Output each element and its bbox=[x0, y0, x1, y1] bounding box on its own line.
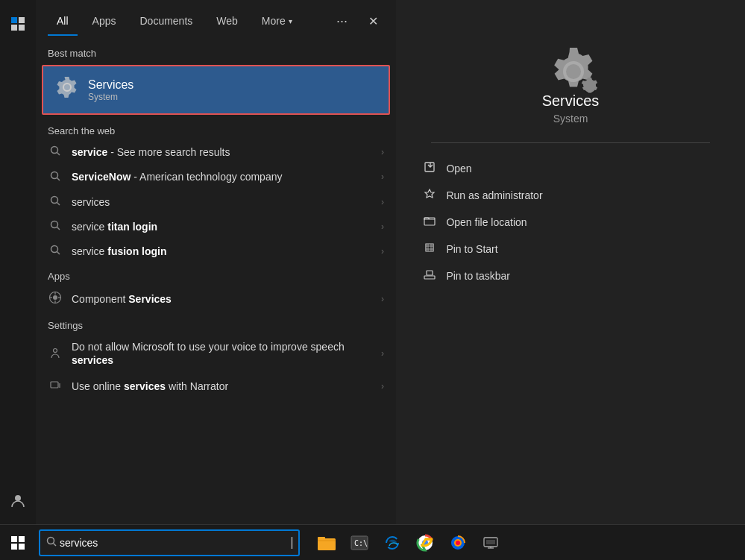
search-icon-3 bbox=[48, 195, 63, 208]
speech-settings-icon bbox=[48, 347, 63, 361]
web-result-titan[interactable]: service titan login › bbox=[36, 214, 396, 239]
svg-line-8 bbox=[57, 177, 60, 180]
tab-documents[interactable]: Documents bbox=[131, 9, 201, 33]
services-result-text: services bbox=[72, 196, 372, 208]
search-magnifier-icon bbox=[46, 536, 57, 549]
chevron-right-icon-7: › bbox=[381, 348, 384, 359]
folder-icon bbox=[422, 215, 437, 230]
windows-logo-icon bbox=[11, 536, 25, 550]
web-result-text: service - See more search results bbox=[72, 146, 372, 158]
best-match-label: Best match bbox=[36, 42, 396, 62]
best-match-subtitle: System bbox=[88, 92, 133, 102]
svg-point-9 bbox=[51, 197, 58, 204]
admin-icon bbox=[422, 188, 437, 203]
more-options-button[interactable]: ··· bbox=[330, 7, 353, 35]
svg-rect-22 bbox=[51, 382, 58, 388]
search-input[interactable] bbox=[60, 537, 291, 549]
speech-settings-text: Do not allow Microsoft to use your voice… bbox=[72, 340, 372, 367]
search-icon-2 bbox=[48, 171, 63, 183]
detail-panel: Services System Open Run as administrato… bbox=[396, 0, 745, 524]
taskbar: C:\ bbox=[0, 524, 745, 560]
svg-point-16 bbox=[53, 295, 57, 300]
start-menu: All Apps Documents Web More ▾ ··· ✕ Best… bbox=[0, 0, 745, 524]
svg-point-38 bbox=[456, 541, 460, 545]
sidebar-strip bbox=[0, 0, 36, 524]
sidebar-user-icon[interactable] bbox=[0, 482, 36, 518]
best-match-title: Services bbox=[88, 78, 133, 92]
svg-point-5 bbox=[51, 147, 58, 154]
chevron-right-icon: › bbox=[381, 147, 384, 157]
best-match-text: Services System bbox=[88, 78, 133, 102]
narrator-text: Use online services with Narrator bbox=[72, 380, 372, 392]
detail-subtitle: System bbox=[553, 113, 588, 125]
pin-start-label: Pin to Start bbox=[446, 243, 497, 255]
chrome-icon[interactable] bbox=[410, 528, 440, 558]
svg-rect-31 bbox=[318, 537, 325, 540]
action-run-admin[interactable]: Run as administrator bbox=[413, 182, 727, 209]
chevron-right-icon-4: › bbox=[381, 221, 384, 232]
tab-more[interactable]: More ▾ bbox=[253, 9, 301, 33]
web-result-fusion[interactable]: service fusion login › bbox=[36, 239, 396, 263]
svg-point-21 bbox=[54, 348, 57, 352]
file-explorer-icon[interactable] bbox=[312, 528, 342, 558]
action-pin-start[interactable]: Pin to Start bbox=[413, 236, 727, 262]
detail-app-icon bbox=[547, 45, 594, 92]
open-location-label: Open file location bbox=[446, 216, 526, 228]
component-services-item[interactable]: Component Services › bbox=[36, 285, 396, 312]
network-icon[interactable] bbox=[476, 528, 506, 558]
svg-rect-26 bbox=[424, 276, 435, 279]
chevron-right-icon-6: › bbox=[381, 294, 384, 304]
chevron-right-icon-3: › bbox=[381, 197, 384, 207]
close-button[interactable]: ✕ bbox=[362, 8, 384, 34]
web-result-services[interactable]: services › bbox=[36, 189, 396, 214]
svg-rect-24 bbox=[425, 163, 434, 172]
svg-line-10 bbox=[57, 203, 60, 206]
chevron-right-icon-2: › bbox=[381, 172, 384, 182]
sidebar-app-icon[interactable] bbox=[0, 6, 36, 42]
search-tabs: All Apps Documents Web More ▾ ··· ✕ bbox=[36, 0, 396, 42]
svg-point-4 bbox=[15, 495, 21, 501]
search-results-panel: All Apps Documents Web More ▾ ··· ✕ Best… bbox=[36, 0, 396, 524]
action-open[interactable]: Open bbox=[413, 155, 727, 182]
search-icon-4 bbox=[48, 220, 63, 233]
terminal-icon[interactable]: C:\ bbox=[345, 528, 374, 558]
best-match-item[interactable]: Services System bbox=[42, 65, 390, 115]
text-cursor bbox=[292, 537, 292, 549]
chevron-right-icon-8: › bbox=[381, 381, 384, 391]
open-label: Open bbox=[446, 163, 471, 174]
taskbar-search-box[interactable] bbox=[39, 529, 300, 556]
web-result-service[interactable]: service - See more search results › bbox=[36, 139, 396, 164]
start-button[interactable] bbox=[0, 525, 36, 561]
svg-line-6 bbox=[57, 153, 60, 156]
edge-icon[interactable] bbox=[377, 528, 407, 558]
fusion-result-text: service fusion login bbox=[72, 245, 372, 257]
divider bbox=[431, 142, 710, 143]
svg-point-7 bbox=[51, 172, 58, 178]
tab-all[interactable]: All bbox=[48, 9, 78, 33]
settings-narrator-item[interactable]: Use online services with Narrator › bbox=[36, 374, 396, 400]
svg-rect-1 bbox=[19, 17, 25, 23]
settings-speech-item[interactable]: Do not allow Microsoft to use your voice… bbox=[36, 334, 396, 373]
svg-rect-3 bbox=[19, 25, 25, 31]
web-result-servicenow[interactable]: ServiceNow - American technology company… bbox=[36, 164, 396, 189]
tab-apps[interactable]: Apps bbox=[84, 9, 125, 33]
svg-point-11 bbox=[51, 221, 58, 228]
open-icon bbox=[422, 161, 437, 176]
svg-rect-0 bbox=[11, 17, 17, 23]
svg-text:C:\: C:\ bbox=[354, 539, 368, 547]
tab-web[interactable]: Web bbox=[207, 9, 247, 33]
run-admin-label: Run as administrator bbox=[446, 189, 542, 201]
firefox-icon[interactable] bbox=[443, 528, 473, 558]
settings-section-label: Settings bbox=[36, 312, 396, 334]
web-section-label: Search the web bbox=[36, 118, 396, 139]
svg-line-29 bbox=[54, 544, 57, 547]
svg-rect-27 bbox=[427, 271, 433, 275]
svg-point-13 bbox=[51, 246, 58, 253]
titan-result-text: service titan login bbox=[72, 221, 372, 233]
action-open-location[interactable]: Open file location bbox=[413, 209, 727, 236]
action-pin-taskbar[interactable]: Pin to taskbar bbox=[413, 262, 727, 289]
svg-point-28 bbox=[48, 538, 54, 544]
pin-taskbar-icon bbox=[422, 268, 437, 283]
chevron-right-icon-5: › bbox=[381, 246, 384, 257]
svg-line-12 bbox=[57, 227, 60, 230]
